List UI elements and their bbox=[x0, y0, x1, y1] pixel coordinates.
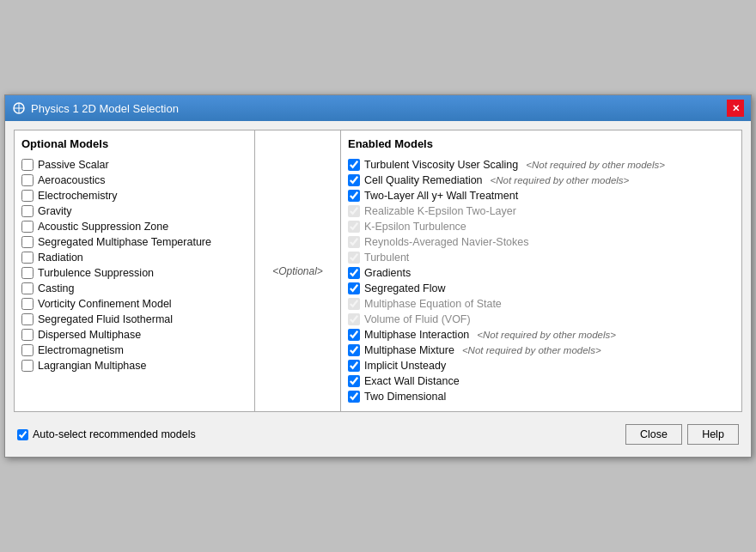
realizable-k-epsilon-checkbox bbox=[348, 205, 360, 217]
multiphase-mixture-checkbox[interactable] bbox=[348, 344, 360, 356]
turbulence-suppression-label[interactable]: Turbulence Suppression bbox=[38, 267, 154, 279]
list-item: Passive Scalar bbox=[21, 157, 247, 173]
two-layer-label[interactable]: Two-Layer All y+ Wall Treatment bbox=[364, 190, 518, 202]
list-item: K-Epsilon Turbulence bbox=[348, 219, 735, 234]
exact-wall-distance-label[interactable]: Exact Wall Distance bbox=[364, 375, 460, 387]
main-window: Physics 1 2D Model Selection ✕ Optional … bbox=[4, 94, 752, 458]
passive-scalar-checkbox[interactable] bbox=[21, 159, 34, 171]
segregated-fluid-isothermal-label[interactable]: Segregated Fluid Isothermal bbox=[38, 313, 173, 325]
passive-scalar-label[interactable]: Passive Scalar bbox=[38, 159, 109, 171]
segregated-flow-label[interactable]: Segregated Flow bbox=[364, 282, 446, 294]
auto-select-container: Auto-select recommended models bbox=[17, 428, 196, 440]
multiphase-interaction-checkbox[interactable] bbox=[348, 329, 360, 341]
list-item: Reynolds-Averaged Navier-Stokes bbox=[348, 234, 735, 250]
reynolds-averaged-checkbox bbox=[348, 236, 360, 248]
help-button[interactable]: Help bbox=[687, 424, 739, 445]
two-dimensional-label[interactable]: Two Dimensional bbox=[364, 391, 446, 403]
electromagnetism-label[interactable]: Electromagnetism bbox=[38, 344, 124, 356]
two-dimensional-checkbox[interactable] bbox=[348, 391, 360, 403]
k-epsilon-turbulence-checkbox bbox=[348, 221, 360, 233]
implicit-unsteady-label[interactable]: Implicit Unsteady bbox=[364, 360, 446, 372]
list-item: Casting bbox=[21, 281, 247, 296]
multiphase-mixture-note: <Not required by other models> bbox=[462, 345, 601, 355]
list-item: Segregated Multiphase Temperature bbox=[21, 234, 247, 250]
segregated-fluid-isothermal-checkbox[interactable] bbox=[21, 313, 34, 325]
list-item: Electrochemistry bbox=[21, 188, 247, 203]
list-item: Aeroacoustics bbox=[21, 173, 247, 188]
segregated-multiphase-temp-label[interactable]: Segregated Multiphase Temperature bbox=[38, 236, 211, 248]
list-item: Two Dimensional bbox=[348, 389, 735, 404]
multiphase-eq-state-label: Multiphase Equation of State bbox=[364, 298, 502, 310]
electrochemistry-label[interactable]: Electrochemistry bbox=[38, 190, 117, 202]
multiphase-eq-state-checkbox bbox=[348, 298, 360, 310]
turbulent-viscosity-note: <Not required by other models> bbox=[526, 160, 665, 170]
list-item: Radiation bbox=[21, 250, 247, 265]
optional-models-header: Optional Models bbox=[21, 137, 247, 150]
casting-checkbox[interactable] bbox=[21, 282, 34, 294]
segregated-flow-checkbox[interactable] bbox=[348, 282, 360, 294]
implicit-unsteady-checkbox[interactable] bbox=[348, 360, 360, 372]
exact-wall-distance-checkbox[interactable] bbox=[348, 375, 360, 387]
optional-models-panel: Optional Models Passive ScalarAeroacoust… bbox=[15, 130, 255, 411]
title-bar-left: Physics 1 2D Model Selection bbox=[12, 101, 179, 115]
multiphase-mixture-label[interactable]: Multiphase Mixture bbox=[364, 344, 454, 356]
optional-label: <Optional> bbox=[255, 130, 341, 411]
radiation-checkbox[interactable] bbox=[21, 252, 34, 264]
window-close-button[interactable]: ✕ bbox=[727, 100, 744, 117]
list-item: Multiphase Interaction<Not required by o… bbox=[348, 327, 735, 343]
segregated-multiphase-temp-checkbox[interactable] bbox=[21, 236, 34, 248]
close-button[interactable]: Close bbox=[625, 424, 682, 445]
vorticity-confinement-label[interactable]: Vorticity Confinement Model bbox=[38, 298, 172, 310]
auto-select-label[interactable]: Auto-select recommended models bbox=[33, 428, 196, 440]
optional-models-list: Passive ScalarAeroacousticsElectrochemis… bbox=[21, 157, 247, 373]
lagrangian-multiphase-label[interactable]: Lagrangian Multiphase bbox=[38, 360, 146, 372]
button-group: Close Help bbox=[625, 424, 739, 445]
cell-quality-checkbox[interactable] bbox=[348, 174, 360, 186]
volume-of-fluid-label: Volume of Fluid (VOF) bbox=[364, 313, 471, 325]
acoustic-suppression-checkbox[interactable] bbox=[21, 221, 34, 233]
list-item: Turbulence Suppression bbox=[21, 265, 247, 281]
gravity-checkbox[interactable] bbox=[21, 205, 34, 217]
content-area: Optional Models Passive ScalarAeroacoust… bbox=[5, 121, 751, 457]
gradients-checkbox[interactable] bbox=[348, 267, 360, 279]
multiphase-interaction-label[interactable]: Multiphase Interaction bbox=[364, 329, 469, 341]
cell-quality-label[interactable]: Cell Quality Remediation bbox=[364, 174, 483, 186]
reynolds-averaged-label: Reynolds-Averaged Navier-Stokes bbox=[364, 236, 529, 248]
turbulent-viscosity-checkbox[interactable] bbox=[348, 159, 360, 171]
aeroacoustics-label[interactable]: Aeroacoustics bbox=[38, 174, 106, 186]
dispersed-multiphase-checkbox[interactable] bbox=[21, 329, 34, 341]
list-item: Lagrangian Multiphase bbox=[21, 358, 247, 373]
cell-quality-note: <Not required by other models> bbox=[491, 175, 630, 185]
lagrangian-multiphase-checkbox[interactable] bbox=[21, 360, 34, 372]
electromagnetism-checkbox[interactable] bbox=[21, 344, 34, 356]
list-item: Dispersed Multiphase bbox=[21, 327, 247, 343]
vorticity-confinement-checkbox[interactable] bbox=[21, 298, 34, 310]
dispersed-multiphase-label[interactable]: Dispersed Multiphase bbox=[38, 329, 141, 341]
list-item: Implicit Unsteady bbox=[348, 358, 735, 373]
list-item: Volume of Fluid (VOF) bbox=[348, 312, 735, 327]
list-item: Cell Quality Remediation<Not required by… bbox=[348, 173, 735, 188]
title-bar: Physics 1 2D Model Selection ✕ bbox=[5, 95, 751, 121]
gravity-label[interactable]: Gravity bbox=[38, 205, 72, 217]
two-layer-checkbox[interactable] bbox=[348, 190, 360, 202]
gradients-label[interactable]: Gradients bbox=[364, 267, 411, 279]
k-epsilon-turbulence-label: K-Epsilon Turbulence bbox=[364, 221, 466, 233]
electrochemistry-checkbox[interactable] bbox=[21, 190, 34, 202]
list-item: Turbulent Viscosity User Scaling<Not req… bbox=[348, 157, 735, 173]
auto-select-checkbox[interactable] bbox=[17, 429, 28, 440]
casting-label[interactable]: Casting bbox=[38, 282, 74, 294]
list-item: Electromagnetism bbox=[21, 343, 247, 358]
enabled-models-panel: Enabled Models Turbulent Viscosity User … bbox=[341, 130, 741, 411]
list-item: Segregated Fluid Isothermal bbox=[21, 312, 247, 327]
list-item: Vorticity Confinement Model bbox=[21, 296, 247, 312]
turbulent-viscosity-label[interactable]: Turbulent Viscosity User Scaling bbox=[364, 159, 518, 171]
realizable-k-epsilon-label: Realizable K-Epsilon Two-Layer bbox=[364, 205, 516, 217]
aeroacoustics-checkbox[interactable] bbox=[21, 174, 34, 186]
turbulence-suppression-checkbox[interactable] bbox=[21, 267, 34, 279]
acoustic-suppression-label[interactable]: Acoustic Suppression Zone bbox=[38, 221, 168, 233]
list-item: Realizable K-Epsilon Two-Layer bbox=[348, 203, 735, 219]
enabled-models-list: Turbulent Viscosity User Scaling<Not req… bbox=[348, 157, 735, 404]
list-item: Segregated Flow bbox=[348, 281, 735, 296]
list-item: Gradients bbox=[348, 265, 735, 281]
radiation-label[interactable]: Radiation bbox=[38, 252, 83, 264]
